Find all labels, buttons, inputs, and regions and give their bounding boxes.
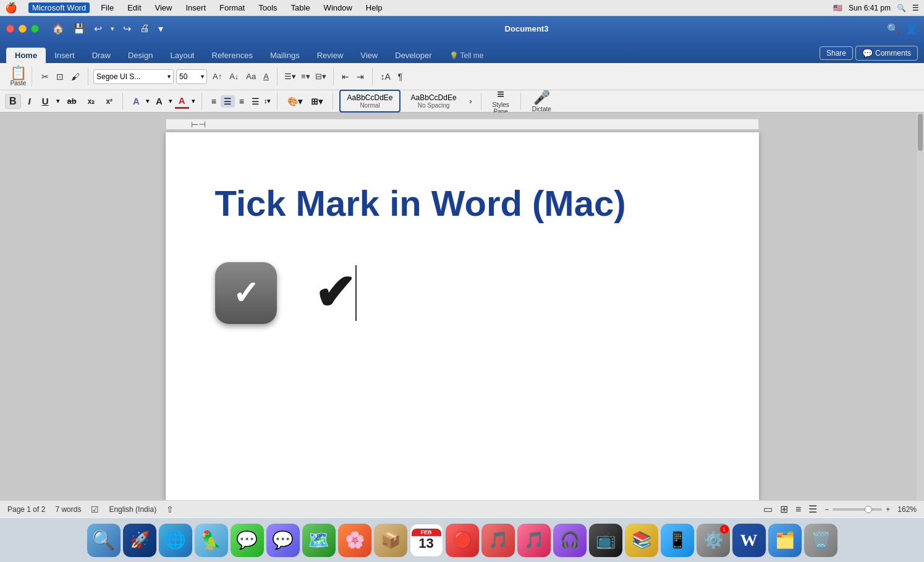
menu-tools[interactable]: Tools — [256, 3, 279, 12]
strikethrough-button[interactable]: ab — [64, 95, 80, 107]
bold-button[interactable]: B — [5, 94, 21, 109]
menu-insert[interactable]: Insert — [183, 3, 208, 12]
scrollbar-thumb[interactable] — [918, 114, 923, 151]
menu-view[interactable]: View — [153, 3, 175, 12]
dock-messages[interactable]: 💬 — [231, 524, 264, 557]
search-title-icon[interactable]: 🔍 — [887, 23, 899, 35]
paste-area[interactable]: 📋 Paste — [5, 66, 32, 87]
align-center-button[interactable]: ☰ — [221, 95, 235, 108]
sort-button[interactable]: ↕A — [378, 70, 394, 83]
shading-button[interactable]: 🎨▾ — [284, 95, 306, 108]
save-icon[interactable]: 💾 — [70, 22, 88, 36]
styles-pane-button[interactable]: ≡ StylesPane — [488, 86, 514, 116]
highlight-button[interactable]: A — [152, 95, 166, 108]
view-normal-icon[interactable]: ▭ — [763, 503, 773, 515]
bullets-button[interactable]: ☰▾ — [282, 70, 298, 82]
font-color-button[interactable]: A — [175, 94, 189, 109]
menu-window[interactable]: Window — [321, 3, 355, 12]
menu-help[interactable]: Help — [363, 3, 385, 12]
dock-launchpad[interactable]: 🚀 — [123, 524, 156, 557]
dock-bird[interactable]: 🦜 — [195, 524, 228, 557]
share-button[interactable]: Share — [820, 46, 853, 60]
tab-mailings[interactable]: Mailings — [261, 48, 308, 63]
align-justify-button[interactable]: ☰ — [248, 95, 263, 108]
multilevel-button[interactable]: ⊟▾ — [313, 70, 328, 82]
dock-safari[interactable]: 🌐 — [159, 524, 192, 557]
menu-options-icon[interactable]: ☰ — [912, 4, 919, 12]
dock-systemprefs[interactable]: ⚙️ 1 — [697, 524, 730, 557]
highlight-dropdown[interactable]: ▾ — [169, 97, 172, 105]
indent-increase-button[interactable]: ⇥ — [354, 70, 367, 83]
menu-format[interactable]: Format — [217, 3, 247, 12]
subscript-button[interactable]: x₂ — [84, 96, 99, 107]
tell-me-field[interactable]: 💡 Tell me — [441, 48, 493, 63]
menu-search-icon[interactable]: 🔍 — [897, 4, 906, 12]
dock-reminders[interactable]: 🔴 — [446, 524, 479, 557]
superscript-button[interactable]: x² — [102, 96, 116, 107]
font-grow-button[interactable]: A↑ — [210, 70, 225, 82]
undo-icon[interactable]: ↩ — [91, 22, 105, 36]
clear-format-button[interactable]: A — [260, 70, 272, 82]
customize-icon[interactable]: ▾ — [155, 22, 166, 36]
zoom-thumb[interactable] — [865, 506, 872, 513]
font-size-selector[interactable]: 50 ▾ — [176, 69, 207, 84]
zoom-track[interactable] — [833, 508, 882, 511]
upload-icon[interactable]: ⇧ — [166, 505, 174, 514]
menu-microsoft-word[interactable]: Microsoft Word — [28, 2, 90, 13]
view-read-icon[interactable]: ☰ — [808, 503, 817, 515]
cut-button[interactable]: ✂ — [38, 70, 52, 83]
undo-dropdown[interactable]: ▾ — [108, 23, 117, 34]
dock-appletv[interactable]: 📺 — [589, 524, 622, 557]
tab-developer[interactable]: Developer — [386, 48, 440, 63]
zoom-in-button[interactable]: + — [886, 505, 890, 514]
account-icon[interactable]: 👤 — [905, 23, 918, 35]
dock-calendar[interactable]: FEB 13 — [410, 524, 443, 557]
minimize-button[interactable] — [19, 25, 27, 33]
zoom-out-button[interactable]: − — [824, 505, 829, 514]
font-color-dropdown[interactable]: ▾ — [192, 97, 195, 105]
copy-button[interactable]: ⊡ — [53, 70, 67, 83]
show-formatting-button[interactable]: ¶ — [395, 70, 406, 83]
dock-podcasts[interactable]: 🎧 — [553, 524, 587, 557]
text-effects-dropdown[interactable]: ▾ — [146, 97, 150, 105]
document-page[interactable]: Tick Mark in Word (Mac) ✓ ✔ — [166, 132, 759, 500]
underline-button[interactable]: U — [38, 95, 53, 108]
numbering-button[interactable]: ≡▾ — [299, 70, 312, 82]
style-no-spacing[interactable]: AaBbCcDdEe No Spacing — [404, 90, 464, 112]
text-checkmark-area[interactable]: ✔ — [314, 265, 357, 321]
dock-trash[interactable]: 🗑️ — [804, 524, 837, 557]
dock-files[interactable]: 🗂️ — [768, 524, 802, 557]
zoom-slider[interactable]: − + — [824, 505, 890, 514]
font-selector[interactable]: Segoe UI S... ▾ — [93, 69, 174, 84]
view-web-icon[interactable]: ⊞ — [780, 503, 788, 515]
italic-button[interactable]: I — [25, 95, 35, 108]
tab-draw[interactable]: Draw — [83, 48, 119, 63]
proofread-icon[interactable]: ☑ — [91, 505, 99, 514]
tab-insert[interactable]: Insert — [46, 48, 83, 63]
dock-books[interactable]: 📚 — [625, 524, 658, 557]
tab-design[interactable]: Design — [119, 48, 161, 63]
tab-layout[interactable]: Layout — [161, 48, 203, 63]
dock-messenger[interactable]: 💬 — [266, 524, 300, 557]
tab-home[interactable]: Home — [6, 48, 46, 63]
dock-photos[interactable]: 🌸 — [338, 524, 371, 557]
dock-notes[interactable]: 📦 — [374, 524, 407, 557]
dock-files2[interactable]: 🎵 — [481, 524, 515, 557]
tab-references[interactable]: References — [203, 48, 261, 63]
underline-dropdown[interactable]: ▾ — [56, 97, 60, 105]
dock-appstore[interactable]: 📱 — [661, 524, 694, 557]
fullscreen-button[interactable] — [31, 25, 39, 33]
style-normal[interactable]: AaBbCcDdEe Normal — [339, 90, 400, 113]
tab-review[interactable]: Review — [308, 48, 352, 63]
scrollbar[interactable] — [917, 113, 924, 500]
dictate-button[interactable]: 🎤 Dictate — [527, 88, 556, 114]
styles-more-button[interactable]: › — [467, 96, 475, 107]
change-case-button[interactable]: Aa — [243, 70, 259, 82]
comments-button[interactable]: 💬 Comments — [855, 46, 918, 61]
menu-edit[interactable]: Edit — [125, 3, 143, 12]
dock-music[interactable]: 🎵 — [517, 524, 551, 557]
font-shrink-button[interactable]: A↓ — [226, 70, 242, 82]
tab-view[interactable]: View — [352, 48, 386, 63]
zoom-level[interactable]: 162% — [897, 505, 917, 514]
dock-maps[interactable]: 🗺️ — [302, 524, 336, 557]
